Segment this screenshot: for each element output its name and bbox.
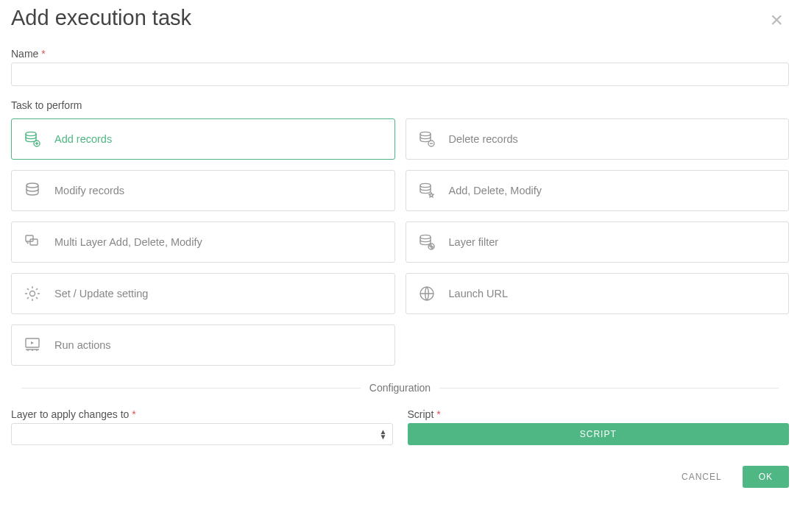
task-label-text: Delete records [449, 133, 518, 145]
svg-point-4 [26, 183, 38, 188]
task-run-actions[interactable]: Run actions [11, 324, 395, 366]
database-star-icon [418, 182, 436, 199]
task-label-text: Modify records [54, 185, 124, 196]
cancel-button[interactable]: CANCEL [679, 466, 725, 488]
svg-rect-7 [30, 239, 38, 245]
multi-layer-icon [24, 233, 41, 251]
database-plus-icon [24, 130, 41, 148]
task-label-text: Multi Layer Add, Delete, Modify [54, 236, 202, 248]
dialog-title: Add execution task [11, 6, 191, 30]
gear-icon [24, 285, 41, 302]
ok-button[interactable]: OK [743, 466, 789, 488]
task-grid: Add records Delete records Modify record… [11, 118, 789, 366]
task-launch-url[interactable]: Launch URL [406, 273, 790, 314]
svg-point-12 [30, 291, 35, 297]
task-label-text: Layer filter [449, 236, 499, 248]
svg-point-8 [420, 235, 431, 238]
task-label-text: Add records [54, 133, 112, 145]
task-delete-records[interactable]: Delete records [406, 118, 790, 160]
layer-select[interactable] [11, 423, 393, 445]
run-actions-icon [24, 336, 41, 354]
task-label-text: Run actions [54, 339, 111, 351]
database-edit-icon [24, 182, 41, 199]
svg-point-5 [420, 183, 431, 187]
task-modify-records[interactable]: Modify records [11, 170, 395, 211]
task-label-text: Launch URL [449, 288, 509, 299]
task-set-update-setting[interactable]: Set / Update setting [11, 273, 395, 314]
task-label-text: Add, Delete, Modify [449, 185, 542, 196]
svg-point-2 [420, 132, 431, 135]
configuration-divider: Configuration [21, 382, 779, 394]
svg-point-11 [431, 247, 432, 248]
task-multi-layer[interactable]: Multi Layer Add, Delete, Modify [11, 221, 395, 263]
layer-label: Layer to apply changes to * [11, 408, 393, 420]
database-filter-icon [418, 233, 436, 251]
script-label: Script * [408, 408, 790, 420]
task-label: Task to perform [11, 99, 789, 111]
name-input[interactable] [11, 63, 789, 86]
task-label-text: Set / Update setting [54, 288, 148, 299]
globe-icon [418, 285, 436, 302]
database-minus-icon [418, 130, 436, 148]
task-add-delete-modify[interactable]: Add, Delete, Modify [406, 170, 790, 211]
task-add-records[interactable]: Add records [11, 118, 395, 160]
svg-rect-6 [26, 235, 33, 241]
name-label: Name * [11, 48, 789, 60]
svg-point-0 [26, 132, 36, 135]
script-button[interactable]: SCRIPT [408, 423, 790, 445]
task-layer-filter[interactable]: Layer filter [406, 221, 790, 263]
close-icon[interactable]: × [764, 6, 789, 34]
